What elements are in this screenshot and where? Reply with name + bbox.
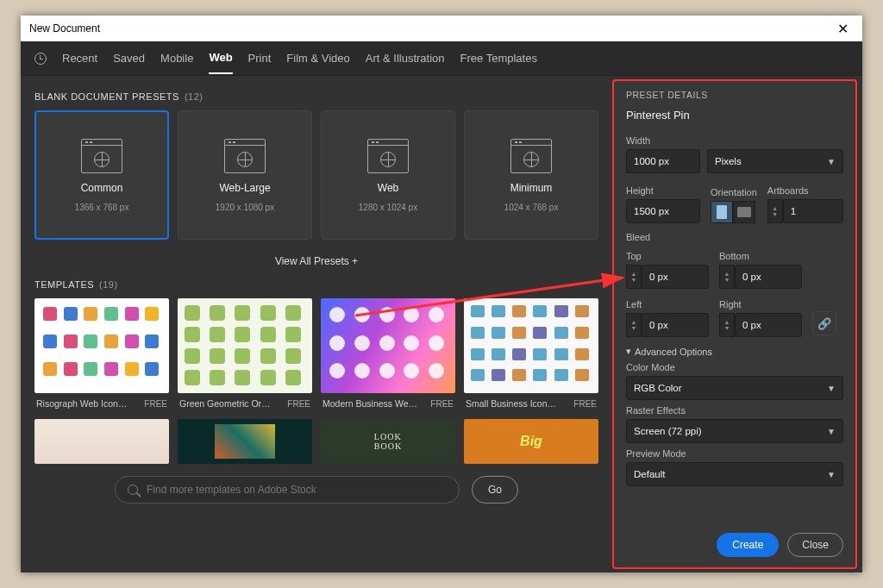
preset-card-web-large[interactable]: Web-Large 1920 x 1080 px [178, 110, 312, 240]
tab-mobile[interactable]: Mobile [160, 43, 193, 73]
preset-dimensions: 1920 x 1080 px [216, 203, 274, 212]
orientation-portrait[interactable] [711, 201, 733, 223]
tab-recent[interactable]: Recent [62, 43, 97, 73]
orientation-landscape[interactable] [733, 201, 755, 223]
chevron-down-icon: ▼ [827, 470, 836, 479]
bleed-left-input[interactable] [642, 313, 709, 337]
preset-name: Common [81, 182, 123, 194]
chevron-down-icon: ▼ [827, 427, 836, 436]
chevron-down-icon: ▼ [827, 157, 836, 166]
template-grid-row2: LOOKBOOK Big [34, 419, 598, 464]
height-input[interactable] [626, 199, 700, 223]
template-price: FREE [144, 399, 167, 409]
template-card[interactable]: Green Geometric Or… FREE [178, 298, 312, 409]
view-all-presets[interactable]: View All Presets + [34, 255, 598, 267]
templates-count: (19) [99, 279, 118, 290]
color-mode-label: Color Mode [626, 362, 843, 372]
browser-globe-icon [224, 139, 266, 173]
templates-header: TEMPLATES (19) [34, 279, 598, 290]
units-value: Pixels [715, 156, 742, 166]
template-card[interactable]: Risograph Web Icon… FREE [34, 298, 169, 409]
orientation-toggle [711, 201, 757, 223]
tab-film-video[interactable]: Film & Video [286, 43, 349, 73]
preview-mode-label: Preview Mode [626, 448, 843, 459]
presets-header: BLANK DOCUMENT PRESETS (12) [34, 91, 598, 102]
bleed-top-input[interactable] [642, 265, 709, 289]
template-thumbnail [178, 298, 312, 393]
tab-web[interactable]: Web [209, 42, 232, 74]
tab-free-templates[interactable]: Free Templates [460, 43, 537, 73]
raster-effects-label: Raster Effects [626, 405, 843, 416]
preset-details-header: PRESET DETAILS [626, 90, 843, 100]
close-button[interactable]: Close [787, 533, 843, 557]
templates-header-label: TEMPLATES [34, 279, 94, 290]
close-icon[interactable]: ✕ [832, 21, 854, 37]
go-button[interactable]: Go [472, 476, 518, 504]
width-label: Width [626, 135, 843, 146]
preset-card-common[interactable]: Common 1366 x 768 px [34, 110, 169, 240]
bleed-left-label: Left [626, 299, 709, 310]
template-name: Risograph Web Icon… [36, 398, 127, 409]
bleed-right-input[interactable] [735, 313, 802, 337]
width-input[interactable] [626, 149, 700, 173]
preset-dimensions: 1024 x 768 px [504, 203, 559, 212]
tab-saved[interactable]: Saved [113, 43, 145, 73]
browser-globe-icon [81, 139, 122, 173]
bleed-right-label: Right [719, 299, 802, 310]
bleed-right-stepper[interactable]: ▲▼ [719, 313, 735, 337]
artboards-stepper[interactable]: ▲▼ [767, 199, 783, 223]
chevron-down-icon: ▼ [827, 384, 836, 393]
units-select[interactable]: Pixels ▼ [707, 149, 843, 173]
artboards-label: Artboards [767, 185, 843, 196]
orientation-label: Orientation [711, 187, 757, 197]
search-icon [128, 485, 138, 495]
template-thumbnail[interactable]: Big [464, 419, 598, 464]
bleed-left-stepper[interactable]: ▲▼ [626, 313, 642, 337]
template-thumbnail[interactable]: LOOKBOOK [321, 419, 455, 464]
template-thumbnail[interactable] [178, 419, 312, 464]
template-card[interactable]: Small Business Icon… FREE [464, 298, 598, 409]
template-thumbnail [464, 298, 598, 393]
tab-art-illustration[interactable]: Art & Illustration [366, 43, 445, 73]
search-field[interactable] [115, 476, 460, 504]
template-card[interactable]: Modern Business We… FREE [321, 298, 455, 409]
preset-name: Minimum [510, 182, 553, 194]
preset-details-panel: PRESET DETAILS Width Pixels ▼ Height Ori… [612, 79, 857, 569]
preset-card-web[interactable]: Web 1280 x 1024 px [321, 110, 455, 240]
create-button[interactable]: Create [717, 533, 779, 557]
bleed-bottom-input[interactable] [735, 265, 802, 289]
link-bleed-icon[interactable]: 🔗 [812, 311, 836, 335]
template-name: Modern Business We… [323, 398, 417, 409]
bleed-top-label: Top [626, 251, 709, 261]
preset-dimensions: 1366 x 768 px [75, 203, 129, 212]
search-input[interactable] [147, 484, 447, 496]
color-mode-select[interactable]: RGB Color▼ [626, 376, 843, 400]
chevron-down-icon: ▾ [626, 346, 631, 357]
preset-dimensions: 1280 x 1024 px [359, 203, 417, 212]
preset-grid: Common 1366 x 768 px Web-Large 1920 x 10… [34, 110, 598, 240]
preset-name: Web [378, 182, 398, 194]
artboards-input[interactable] [783, 199, 843, 223]
left-panel: BLANK DOCUMENT PRESETS (12) Common 1366 … [21, 76, 612, 572]
presets-header-label: BLANK DOCUMENT PRESETS [34, 91, 179, 102]
dialog-title: New Document [29, 22, 100, 34]
template-grid: Risograph Web Icon… FREE Green Geometric… [34, 298, 598, 409]
bleed-bottom-stepper[interactable]: ▲▼ [719, 265, 735, 289]
preview-mode-select[interactable]: Default▼ [626, 462, 843, 486]
preset-card-minimum[interactable]: Minimum 1024 x 768 px [464, 110, 598, 240]
template-name: Green Geometric Or… [179, 398, 271, 409]
new-document-dialog: New Document ✕ Recent Saved Mobile Web P… [21, 16, 862, 572]
titlebar: New Document ✕ [21, 16, 862, 41]
template-price: FREE [430, 399, 454, 409]
template-price: FREE [573, 399, 597, 409]
tab-print[interactable]: Print [248, 43, 272, 73]
bleed-top-stepper[interactable]: ▲▼ [626, 265, 642, 289]
raster-effects-select[interactable]: Screen (72 ppi)▼ [626, 419, 843, 443]
preset-name-input[interactable] [626, 107, 843, 130]
category-tabs: Recent Saved Mobile Web Print Film & Vid… [21, 41, 862, 76]
bleed-bottom-label: Bottom [719, 251, 802, 261]
advanced-options-toggle[interactable]: ▾ Advanced Options [626, 346, 843, 357]
template-name: Small Business Icon… [466, 398, 556, 409]
template-thumbnail[interactable] [34, 419, 169, 464]
presets-count: (12) [185, 91, 204, 102]
